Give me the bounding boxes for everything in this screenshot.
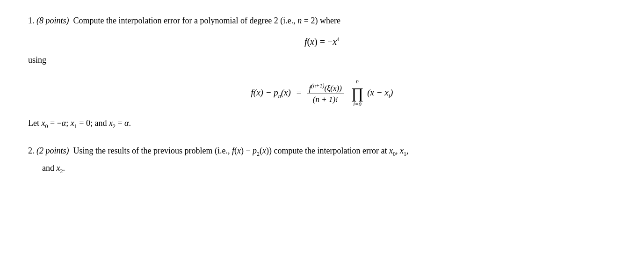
fraction-denominator: (n + 1)! xyxy=(311,94,340,104)
interpolation-formula: f(x) − pn(x) = f(n+1)(ξ(x)) (n + 1)! n ∏… xyxy=(28,78,616,108)
problem-1-points: (8 points) xyxy=(36,16,69,25)
problem-1-header: 1. (8 points) Compute the interpolation … xyxy=(28,14,616,28)
problem-2: 2. (2 points) Using the results of the p… xyxy=(28,144,616,175)
fraction: f(n+1)(ξ(x)) (n + 1)! xyxy=(307,82,344,105)
problem-2-continuation: and x2. xyxy=(28,163,616,175)
problem-2-header: 2. (2 points) Using the results of the p… xyxy=(28,144,616,159)
problem-1: 1. (8 points) Compute the interpolation … xyxy=(28,14,616,130)
fraction-numerator: f(n+1)(ξ(x)) xyxy=(307,82,344,95)
prod-term: (x − xi) xyxy=(367,88,393,100)
problem-2-points: (2 points) xyxy=(36,146,69,155)
product-notation: n ∏ i=0 xyxy=(351,78,363,108)
fx-expression: f xyxy=(304,36,307,46)
problem-2-text: Using the results of the previous proble… xyxy=(71,146,409,155)
equals-sign: = xyxy=(297,88,302,98)
using-label: using xyxy=(28,55,616,65)
prod-lower: i=0 xyxy=(353,101,361,108)
problem-1-number: 1. xyxy=(28,16,36,25)
let-text: Let x0 = −α; x1 = 0; and x2 = α. xyxy=(28,118,616,130)
problem-2-number: 2. xyxy=(28,146,36,155)
center-formula-fx: f(x) = −x4 xyxy=(28,36,616,47)
formula-lhs: f(x) − pn(x) xyxy=(251,88,291,100)
problem-1-text: Compute the interpolation error for a po… xyxy=(71,16,340,25)
prod-upper: n xyxy=(356,78,359,85)
prod-symbol: ∏ xyxy=(351,86,363,101)
